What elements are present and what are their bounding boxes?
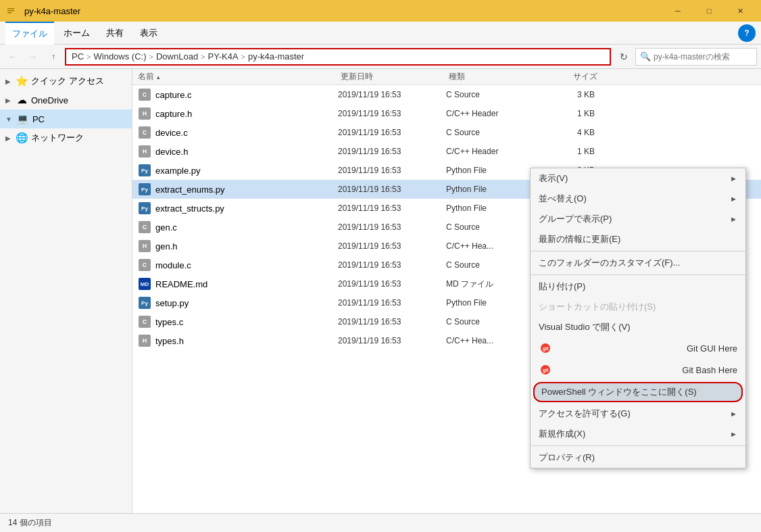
- sidebar-item-onedrive[interactable]: ▶ ☁ OneDrive: [0, 91, 132, 110]
- file-icon: C: [138, 315, 151, 329]
- file-type: Python File: [446, 185, 541, 194]
- sidebar-label-network: ネットワーク: [31, 132, 84, 144]
- file-date: 2019/11/19 16:53: [338, 128, 446, 137]
- sidebar-item-network[interactable]: ▶ 🌐 ネットワーク: [0, 128, 132, 147]
- ctx-powershell[interactable]: PowerShell ウィンドウをここに開く(S): [533, 382, 743, 402]
- file-count: 14 個の項目: [8, 517, 52, 529]
- minimize-button[interactable]: ─: [662, 0, 693, 22]
- ctx-sep-2: [531, 274, 745, 275]
- close-button[interactable]: ✕: [725, 0, 756, 22]
- ctx-sort[interactable]: 並べ替え(O) ►: [531, 189, 745, 209]
- svg-text:git: git: [543, 368, 549, 373]
- tab-view[interactable]: 表示: [133, 22, 164, 45]
- table-row[interactable]: C capture.c 2019/11/19 16:53 C Source 3 …: [132, 85, 761, 104]
- ctx-access[interactable]: アクセスを許可する(G) ►: [531, 404, 745, 424]
- file-icon: H: [138, 334, 151, 347]
- file-icon: H: [138, 145, 151, 158]
- ctx-new[interactable]: 新規作成(X) ►: [531, 424, 745, 444]
- breadcrumb-drive[interactable]: Windows (C:): [94, 51, 147, 62]
- ctx-git-gui-label: Git GUI Here: [687, 343, 737, 354]
- file-date: 2019/11/19 16:53: [338, 90, 446, 99]
- file-type: C Source: [446, 260, 541, 270]
- ctx-view[interactable]: 表示(V) ►: [531, 168, 745, 189]
- tab-file[interactable]: ファイル: [5, 22, 54, 45]
- file-icon: C: [138, 220, 151, 234]
- file-type: C/C++ Hea...: [446, 336, 541, 345]
- file-type: MD ファイル: [446, 279, 541, 290]
- file-date: 2019/11/19 16:53: [338, 317, 446, 327]
- expand-arrow-network: ▶: [5, 135, 11, 142]
- ctx-paste[interactable]: 貼り付け(P): [531, 276, 745, 297]
- file-icon: Py: [138, 164, 151, 177]
- file-date: 2019/11/19 16:53: [338, 166, 446, 175]
- col-header-date[interactable]: 更新日時: [341, 71, 449, 82]
- file-date: 2019/11/19 16:53: [338, 185, 446, 194]
- quick-access-icon: ⭐: [15, 74, 28, 88]
- file-name: extract_structs.py: [155, 203, 338, 214]
- tab-share[interactable]: 共有: [99, 22, 130, 45]
- col-header-type[interactable]: 種類: [449, 71, 543, 82]
- py-file-icon: Py: [139, 164, 151, 176]
- sidebar-item-quick-access[interactable]: ▶ ⭐ クイック アクセス: [0, 72, 132, 91]
- ctx-properties[interactable]: プロパティ(R): [531, 448, 745, 468]
- table-row[interactable]: H capture.h 2019/11/19 16:53 C/C++ Heade…: [132, 104, 761, 123]
- ctx-visual-studio[interactable]: Visual Studio で開く(V): [531, 317, 745, 337]
- col-header-name[interactable]: 名前 ▴: [138, 71, 341, 82]
- title-bar: py-k4a-master ─ □ ✕: [0, 0, 761, 22]
- ctx-group-arrow: ►: [730, 215, 737, 223]
- ctx-sep-1: [531, 251, 745, 251]
- search-input[interactable]: [654, 52, 755, 62]
- forward-button[interactable]: →: [24, 48, 42, 66]
- file-type: C/C++ Hea...: [446, 241, 541, 251]
- file-type: C Source: [446, 317, 541, 327]
- c-file-icon: C: [139, 221, 151, 233]
- col-header-size[interactable]: サイズ: [543, 71, 597, 82]
- address-path[interactable]: PC > Windows (C:) > DownLoad > PY-K4A > …: [65, 48, 611, 66]
- table-row[interactable]: H device.h 2019/11/19 16:53 C/C++ Header…: [132, 142, 761, 161]
- file-date: 2019/11/19 16:53: [338, 241, 446, 251]
- svg-rect-1: [7, 8, 14, 9]
- ctx-refresh[interactable]: 最新の情報に更新(E): [531, 229, 745, 249]
- ctx-powershell-label: PowerShell ウィンドウをここに開く(S): [541, 386, 697, 398]
- ctx-paste-label: 貼り付け(P): [539, 281, 585, 293]
- file-icon: Py: [138, 183, 151, 196]
- maximize-button[interactable]: □: [693, 0, 725, 22]
- file-icon: H: [138, 239, 151, 253]
- file-name: setup.py: [155, 298, 338, 308]
- file-name: module.c: [155, 260, 338, 270]
- ctx-group[interactable]: グループで表示(P) ►: [531, 209, 745, 229]
- back-button[interactable]: ←: [4, 48, 22, 66]
- ctx-git-gui[interactable]: git Git GUI Here: [531, 337, 745, 359]
- onedrive-icon: ☁: [15, 93, 28, 107]
- status-bar: 14 個の項目: [0, 513, 761, 532]
- ctx-git-bash[interactable]: git Git Bash Here: [531, 359, 745, 381]
- ribbon: ファイル ホーム 共有 表示 ?: [0, 22, 761, 45]
- git-gui-icon: git: [539, 341, 552, 355]
- file-date: 2019/11/19 16:53: [338, 147, 446, 156]
- tab-home[interactable]: ホーム: [57, 22, 97, 45]
- refresh-button[interactable]: ↻: [615, 48, 633, 66]
- file-size: 1 KB: [541, 109, 595, 118]
- breadcrumb-master[interactable]: py-k4a-master: [248, 51, 304, 62]
- table-row[interactable]: C device.c 2019/11/19 16:53 C Source 4 K…: [132, 123, 761, 142]
- svg-rect-2: [7, 10, 14, 11]
- up-button[interactable]: ↑: [45, 48, 62, 66]
- file-name: device.c: [155, 128, 338, 138]
- file-list-header: 名前 ▴ 更新日時 種類 サイズ: [132, 69, 761, 85]
- context-menu: 表示(V) ► 並べ替え(O) ► グループで表示(P) ► 最新の情報に更新(…: [530, 168, 746, 468]
- help-button[interactable]: ?: [738, 24, 756, 42]
- file-icon: C: [138, 88, 151, 101]
- file-size: 1 KB: [541, 147, 595, 156]
- ctx-group-label: グループで表示(P): [539, 213, 612, 225]
- breadcrumb-pyk4a[interactable]: PY-K4A: [208, 51, 239, 62]
- breadcrumb-download[interactable]: DownLoad: [156, 51, 198, 62]
- window-title: py-k4a-master: [24, 6, 80, 16]
- file-icon: C: [138, 258, 151, 272]
- file-size: 3 KB: [541, 90, 595, 99]
- py-file-icon: Py: [139, 297, 151, 309]
- ctx-customize[interactable]: このフォルダーのカスタマイズ(F)...: [531, 253, 745, 273]
- address-bar: ← → ↑ PC > Windows (C:) > DownLoad > PY-…: [0, 45, 761, 69]
- breadcrumb-pc[interactable]: PC: [72, 51, 84, 62]
- sidebar-item-pc[interactable]: ▼ 💻 PC: [0, 110, 132, 128]
- file-name: device.h: [155, 147, 338, 157]
